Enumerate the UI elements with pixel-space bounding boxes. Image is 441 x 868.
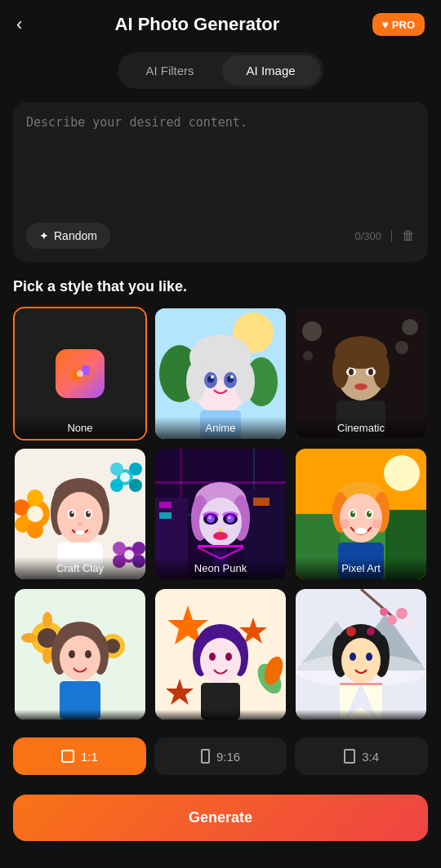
style-item-anime-label: Anime [155,417,286,439]
svg-point-56 [57,492,103,544]
divider [391,230,392,241]
random-label: Random [54,229,97,242]
svg-point-61 [72,512,74,514]
trash-icon[interactable]: 🗑 [402,228,415,243]
svg-point-155 [341,638,381,684]
svg-point-45 [110,479,123,492]
svg-point-30 [349,369,354,375]
svg-point-86 [203,512,219,518]
tab-ai-filters[interactable]: AI Filters [121,55,218,86]
style-item-cinematic-label: Cinematic [296,417,426,439]
svg-point-157 [366,653,372,661]
ratio-1-1-icon [61,750,74,763]
svg-point-108 [354,528,368,534]
svg-rect-73 [159,502,172,508]
style-item-row3-3-label [296,710,426,720]
char-count: 0/300 🗑 [354,228,415,243]
ratio-9-16-label: 9:16 [216,750,240,764]
svg-point-126 [85,650,91,658]
svg-point-137 [200,638,241,684]
svg-point-110 [372,519,382,529]
style-item-neon-punk[interactable]: Neon Punk [154,447,287,581]
svg-point-27 [373,352,390,388]
textarea-footer: ✦ Random 0/300 🗑 [26,223,415,249]
ratio-9-16-button[interactable]: 9:16 [154,737,287,775]
ratio-9-16-icon [201,749,210,764]
svg-point-148 [406,619,414,627]
svg-point-40 [27,506,43,522]
svg-point-119 [21,633,38,643]
svg-point-62 [88,512,91,514]
svg-point-125 [69,650,75,658]
style-item-none-label: None [15,417,145,439]
style-item-pixel-art[interactable]: Pixel Art [294,447,428,581]
svg-point-31 [368,369,373,375]
svg-point-44 [110,463,123,476]
svg-rect-75 [253,498,270,506]
ratio-1-1-label: 1:1 [81,750,98,764]
pro-badge[interactable]: ♥ PRO [372,13,425,36]
ratio-3-4-icon [344,749,355,764]
svg-point-101 [340,494,382,542]
svg-point-46 [120,472,130,482]
svg-point-107 [369,512,372,514]
svg-point-10 [186,361,206,402]
svg-point-117 [42,612,52,628]
style-item-neon-punk-label: Neon Punk [155,557,286,579]
svg-point-48 [132,542,145,555]
svg-point-22 [395,341,408,354]
pro-icon: ♥ [382,18,389,31]
style-item-craft-clay[interactable]: Craft Clay [13,447,147,581]
svg-point-152 [367,627,375,636]
tab-bar: AI Filters AI Image [0,46,441,102]
svg-point-147 [387,615,397,625]
svg-point-139 [225,653,232,661]
svg-point-43 [129,479,142,492]
content-input-area: ✦ Random 0/300 🗑 [13,102,428,262]
svg-point-36 [27,489,43,506]
random-button[interactable]: ✦ Random [26,223,110,249]
ratio-1-1-button[interactable]: 1:1 [13,737,146,775]
content-textarea[interactable] [26,115,415,213]
svg-point-87 [222,512,238,518]
style-item-craft-clay-label: Craft Clay [15,557,145,579]
ratio-3-4-button[interactable]: 3:4 [295,737,428,775]
svg-point-17 [230,375,234,379]
svg-point-26 [332,352,349,388]
svg-point-64 [75,530,85,535]
back-button[interactable]: ‹ [16,14,22,35]
style-item-cinematic[interactable]: Cinematic [294,307,428,441]
svg-rect-159 [340,683,382,685]
svg-point-94 [384,455,420,491]
ratio-3-4-label: 3:4 [362,750,379,764]
header: ‹ AI Photo Generator ♥ PRO [0,0,441,46]
style-item-row3-1[interactable] [13,587,147,721]
style-grid: None [0,307,441,721]
svg-point-149 [380,608,388,616]
svg-rect-91 [198,545,243,547]
ratio-bar: 1:1 9:16 3:4 [0,721,441,788]
svg-point-11 [235,361,255,402]
generate-button[interactable]: Generate [13,795,428,841]
svg-point-32 [354,383,368,390]
svg-point-89 [213,532,228,540]
page-title: AI Photo Generator [22,14,372,35]
svg-point-63 [78,522,82,525]
style-item-row3-2[interactable] [154,587,287,721]
style-item-row3-3[interactable] [294,587,428,721]
style-item-row3-1-label [15,710,145,720]
style-item-anime[interactable]: Anime [154,307,287,441]
svg-point-118 [42,648,52,664]
style-item-none[interactable]: None [13,307,147,441]
svg-point-23 [303,351,313,361]
tab-ai-image[interactable]: AI Image [222,55,320,86]
styles-section-title: Pick a style that you like. [0,278,441,307]
svg-point-146 [396,608,408,619]
pro-label: PRO [392,19,415,31]
svg-point-109 [340,519,350,529]
tab-group: AI Filters AI Image [118,52,323,89]
svg-point-151 [346,627,356,636]
random-icon: ✦ [39,229,49,242]
svg-point-3 [77,370,83,377]
svg-point-42 [129,463,142,476]
